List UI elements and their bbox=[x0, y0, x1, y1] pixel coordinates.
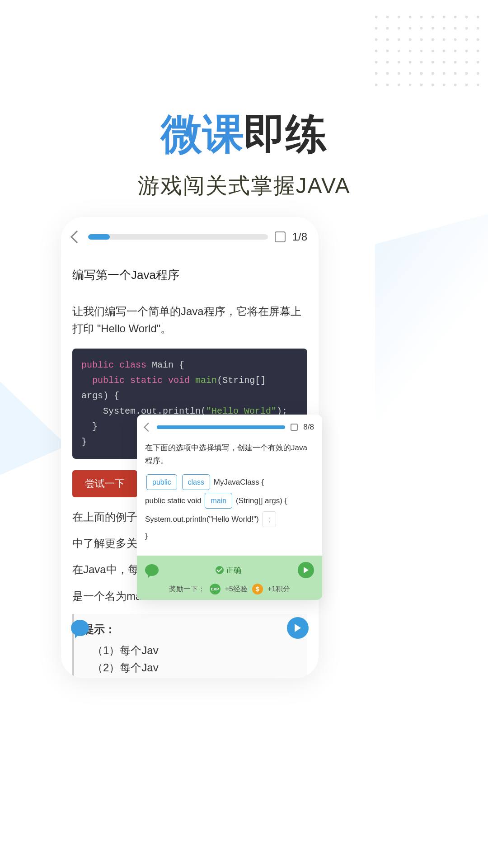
code-fill-brace: } bbox=[145, 530, 314, 543]
lesson-description: 让我们编写一个简单的Java程序，它将在屏幕上打印 "Hello World"。 bbox=[72, 303, 307, 338]
result-row: 正确 bbox=[145, 562, 314, 578]
progress-bar bbox=[88, 234, 268, 240]
background-dots bbox=[371, 11, 488, 93]
reward-row: 奖励一下： EXP +5经验 $ +1积分 bbox=[145, 584, 314, 594]
chip-class[interactable]: class bbox=[182, 474, 210, 490]
chip-public[interactable]: public bbox=[146, 474, 177, 490]
title-rest: 即练 bbox=[244, 111, 327, 157]
correct-label: 正确 bbox=[216, 565, 241, 576]
exp-text: +5经验 bbox=[225, 585, 248, 594]
arrow-right-icon bbox=[304, 567, 309, 573]
chat-icon[interactable] bbox=[71, 620, 89, 636]
bottom-bar bbox=[61, 612, 319, 644]
tip-line-1: （1）每个Jav bbox=[83, 642, 298, 659]
reward-label: 奖励一下： bbox=[169, 585, 205, 594]
back-icon[interactable] bbox=[70, 231, 83, 243]
next-button[interactable] bbox=[287, 617, 309, 639]
quiz-progress-bar bbox=[157, 425, 285, 429]
arrow-right-icon bbox=[295, 624, 301, 632]
next-button[interactable] bbox=[298, 562, 314, 578]
calendar-icon[interactable] bbox=[291, 424, 298, 431]
quiz-description: 在下面的选项中选择填写，创建一个有效的Java程序。 bbox=[145, 442, 314, 468]
lesson-title: 编写第一个Java程序 bbox=[72, 266, 307, 285]
exp-badge-icon: EXP bbox=[210, 584, 221, 594]
quiz-header: 8/8 bbox=[137, 415, 322, 436]
chip-main[interactable]: main bbox=[205, 493, 232, 509]
chat-icon[interactable] bbox=[145, 564, 159, 576]
try-button[interactable]: 尝试一下 bbox=[72, 470, 137, 497]
lesson-header: 1/8 bbox=[61, 217, 319, 252]
page-title: 微课即练 bbox=[0, 106, 488, 162]
tip-line-2: （2）每个Jav bbox=[83, 659, 298, 676]
code-fill-line-3: System.out.println("Hello World!") ; bbox=[145, 511, 314, 527]
quiz-body: 在下面的选项中选择填写，创建一个有效的Java程序。 public class … bbox=[137, 436, 322, 543]
quiz-progress-fill bbox=[157, 425, 285, 429]
check-icon bbox=[216, 566, 224, 574]
code-fill-line-2: public static void main (String[] args) … bbox=[145, 493, 314, 509]
page-counter: 1/8 bbox=[292, 231, 307, 243]
back-icon[interactable] bbox=[144, 423, 153, 432]
points-text: +1积分 bbox=[267, 585, 290, 594]
background-wave bbox=[375, 208, 488, 425]
calendar-icon[interactable] bbox=[275, 231, 286, 242]
code-fill-line-1: public class MyJavaClass { bbox=[145, 474, 314, 490]
quiz-overlay-card: 8/8 在下面的选项中选择填写，创建一个有效的Java程序。 public cl… bbox=[137, 415, 322, 600]
quiz-counter: 8/8 bbox=[303, 423, 314, 432]
quiz-result-footer: 正确 奖励一下： EXP +5经验 $ +1积分 bbox=[137, 556, 322, 600]
coin-badge-icon: $ bbox=[252, 584, 263, 594]
page-subtitle: 游戏闯关式掌握JAVA bbox=[0, 171, 488, 200]
chip-semicolon[interactable]: ; bbox=[262, 511, 276, 527]
title-highlighted: 微课 bbox=[161, 111, 244, 157]
progress-fill bbox=[88, 234, 110, 240]
